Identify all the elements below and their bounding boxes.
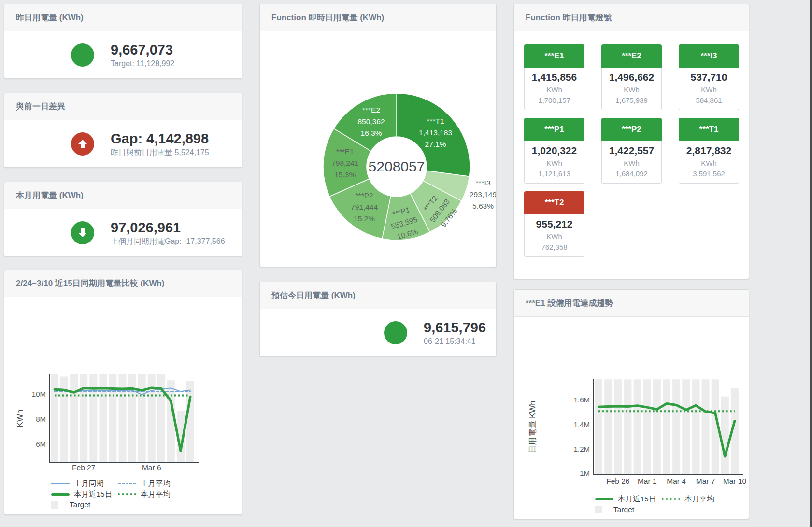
dot-swatch-icon — [118, 493, 136, 495]
legend-item-本月近15日[interactable]: 本月近15日 — [51, 489, 118, 499]
tile-body: 1,422,557KWh1,684,092 — [601, 141, 662, 184]
legend-label: Target — [70, 500, 90, 509]
donut-chart-svg: ***T11,413,18327.1%***I3293,1495.63%***T… — [260, 31, 497, 267]
red-up-arrow-icon — [71, 132, 94, 156]
tile-target-value: 762,358 — [525, 242, 584, 253]
compare-chart-plot[interactable]: 6M8M10MFeb 27Mar 6KWh — [4, 297, 242, 476]
tile-body: 2,817,832KWh3,591,562 — [679, 141, 739, 184]
card-e1-trend-chart: ***E1 設備用電達成趨勢 1M1.2M1.4M1.6MFeb 26Mar 1… — [513, 289, 749, 519]
tile-body: 1,415,856KWh1,700,157 — [524, 68, 584, 110]
tile-value: 1,020,322 — [525, 143, 584, 158]
target-bar — [643, 379, 651, 475]
light-tile-T1[interactable]: ***T12,817,832KWh3,591,562 — [679, 118, 739, 184]
legend-item-上月同期[interactable]: 上月同期 — [51, 479, 118, 489]
legend-item-本月平均[interactable]: 本月平均 — [118, 489, 185, 499]
dot-swatch-icon — [662, 498, 680, 500]
green-down-arrow-icon — [71, 221, 94, 244]
y-tick-label: 10M — [32, 390, 46, 398]
light-tile-P2[interactable]: ***P21,422,557KWh1,684,092 — [601, 118, 662, 184]
legend-item-Target[interactable]: Target — [51, 500, 118, 509]
day-gap-card-body: Gap: 4,142,898 昨日與前日用電量 5,524,175 — [4, 120, 242, 168]
tile-target-value: 1,700,157 — [525, 95, 584, 106]
target-bar — [138, 374, 146, 462]
light-tile-P1[interactable]: ***P11,020,322KWh1,121,613 — [524, 118, 584, 184]
forecast-card-title: 預估今日用電量 (KWh) — [260, 282, 496, 309]
compare-chart-body: 6M8M10MFeb 27Mar 6KWh 上月同期上月平均本月近15日本月平均… — [4, 297, 242, 510]
donut-chart-plot[interactable]: ***T11,413,18327.1%***I3293,1495.63%***T… — [260, 31, 496, 267]
vertical-scrollbar[interactable] — [810, 0, 812, 527]
legend-item-上月平均[interactable]: 上月平均 — [118, 479, 185, 489]
slice-label: ***E2 — [362, 106, 380, 114]
tile-value: 955,212 — [525, 217, 584, 231]
slice-label: 798,241 — [331, 159, 358, 167]
tile-body: 1,496,662KWh1,675,939 — [601, 68, 662, 110]
target-bar — [682, 379, 690, 475]
donut-card-title: Function 即時日用電量 (KWh) — [260, 4, 496, 31]
column-left: 昨日用電量 (KWh) 9,667,073 Target: 11,128,992… — [4, 4, 242, 515]
legend-label: 上月平均 — [141, 479, 171, 489]
slice-label: 15.2% — [354, 214, 375, 223]
yesterday-usage-target: Target: 11,128,992 — [111, 58, 174, 69]
target-bar — [595, 379, 602, 475]
tile-target-value: 1,675,939 — [602, 95, 661, 106]
column-middle: Function 即時日用電量 (KWh) ***T11,413,18327.1… — [259, 4, 497, 356]
light-tile-I3[interactable]: ***I3537,710KWh584,861 — [679, 44, 739, 110]
day-gap-value: Gap: 4,142,898 — [111, 130, 209, 147]
target-bar — [672, 379, 680, 475]
tile-body: 1,020,322KWh1,121,613 — [524, 141, 584, 184]
green-status-circle-icon — [71, 43, 94, 67]
tile-name: ***E1 — [524, 44, 584, 68]
y-tick-label: 8M — [36, 415, 46, 423]
legend-item-Target[interactable]: Target — [595, 505, 662, 514]
tile-unit: KWh — [525, 85, 584, 95]
target-bar — [614, 379, 622, 475]
donut-center-total: 5208057 — [369, 158, 425, 174]
target-bar — [634, 379, 641, 475]
line-swatch-icon — [595, 498, 613, 500]
forecast-timestamp: 06-21 15:34:41 — [424, 336, 486, 347]
trend-chart-legend: 本月近15日本月平均Target — [595, 494, 749, 515]
legend-item-本月近15日[interactable]: 本月近15日 — [595, 494, 662, 504]
month-usage-gap: 上個月同期用電Gap: -17,377,566 — [111, 236, 225, 247]
target-bar — [109, 374, 116, 462]
month-card-title: 本月用電量 (KWh) — [4, 182, 242, 209]
yesterday-usage-value: 9,667,073 — [111, 42, 174, 58]
x-tick-label: Mar 4 — [667, 477, 686, 485]
tile-name: ***T2 — [524, 191, 584, 214]
light-tile-E2[interactable]: ***E21,496,662KWh1,675,939 — [601, 44, 662, 110]
box-swatch-icon — [595, 506, 602, 513]
line-swatch-icon — [51, 493, 70, 496]
target-bar — [70, 374, 78, 462]
light-tile-T2[interactable]: ***T2955,212KWh762,358 — [524, 191, 584, 257]
light-tile-E1[interactable]: ***E11,415,856KWh1,700,157 — [524, 44, 584, 110]
trend-chart-plot[interactable]: 1M1.2M1.4M1.6MFeb 26Mar 1Mar 4Mar 7Mar 1… — [514, 317, 749, 491]
tile-target-value: 1,684,092 — [602, 169, 661, 179]
target-bar — [604, 379, 612, 475]
compare-chart-legend: 上月同期上月平均本月近15日本月平均Target — [51, 478, 242, 510]
slice-label: ***I3 — [475, 179, 490, 187]
tile-target-value: 584,861 — [679, 95, 739, 106]
slice-label: 5.63% — [472, 202, 494, 210]
x-tick-label: Mar 1 — [638, 477, 657, 485]
forecast-value: 9,615,796 — [424, 319, 486, 336]
y-tick-label: 1.2M — [574, 445, 590, 453]
tile-unit: KWh — [679, 158, 739, 169]
forecast-card-body: 9,615,796 06-21 15:34:41 — [260, 309, 496, 356]
slice-label: ***P2 — [356, 191, 373, 199]
tile-name: ***T1 — [679, 118, 739, 141]
column-right: Function 昨日用電燈號 ***E11,415,856KWh1,700,1… — [513, 4, 749, 519]
card-forecast-today: 預估今日用電量 (KWh) 9,615,796 06-21 15:34:41 — [259, 282, 497, 356]
slice-label: 15.3% — [334, 171, 356, 179]
day-gap-subtitle: 昨日與前日用電量 5,524,175 — [111, 147, 209, 158]
legend-item-本月平均[interactable]: 本月平均 — [662, 494, 728, 504]
target-bar — [702, 379, 710, 475]
target-bar — [119, 374, 127, 462]
dash-swatch-icon — [118, 483, 136, 484]
tile-target-value: 3,591,562 — [679, 169, 739, 179]
x-tick-label: Feb 26 — [606, 477, 629, 485]
target-bar — [186, 381, 194, 462]
x-tick-label: Mar 7 — [696, 477, 715, 485]
slice-label: ***T1 — [427, 117, 444, 125]
tile-value: 1,496,662 — [602, 70, 661, 85]
compare-chart-title: 2/24~3/10 近15日同期用電量比較 (KWh) — [4, 270, 242, 297]
